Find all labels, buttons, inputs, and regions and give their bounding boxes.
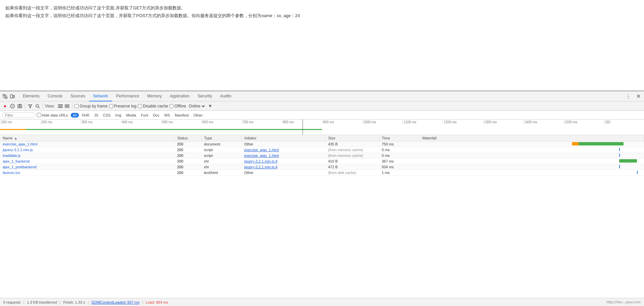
timeline-container: 100 ms200 ms300 ms400 ms500 ms600 ms700 …: [0, 120, 644, 135]
tab-sources[interactable]: Sources: [66, 91, 89, 101]
tab-console[interactable]: Console: [44, 91, 66, 101]
tab-security[interactable]: Security: [194, 91, 216, 101]
filter-type-js[interactable]: JS: [92, 113, 100, 118]
filter-type-other[interactable]: Other: [192, 113, 205, 118]
cell-type: script: [201, 147, 241, 153]
group-by-frame-checkbox[interactable]: [74, 104, 78, 108]
offline-label[interactable]: Offline: [169, 104, 186, 108]
initiator-link[interactable]: jquery-3.2.1.min.js:4: [244, 159, 277, 163]
cell-name: loaddata.js: [0, 153, 174, 159]
group-by-frame-label[interactable]: Group by frame: [74, 104, 107, 108]
preserve-log-checkbox[interactable]: [109, 104, 113, 108]
cell-status: 200: [174, 147, 201, 153]
col-header-status[interactable]: Status: [174, 135, 201, 141]
table-row[interactable]: ajax_1_postbackend200xhrjquery-3.2.1.min…: [0, 164, 644, 170]
table-row[interactable]: favicon.ico200text/htmlOther(from disk c…: [0, 170, 644, 176]
clear-button[interactable]: [9, 103, 15, 109]
cell-waterfall: [419, 159, 644, 164]
cell-initiator[interactable]: exercise_ajax_1.html: [241, 147, 325, 153]
device-toolbar-icon[interactable]: [9, 93, 15, 99]
filter-type-xhr[interactable]: XHR: [79, 113, 91, 118]
svg-rect-15: [58, 107, 63, 108]
cell-size: (from memory cache): [325, 147, 379, 153]
offline-checkbox[interactable]: [169, 104, 173, 108]
timeline-tick-4: 500 ms: [161, 120, 201, 124]
hide-data-urls-label[interactable]: Hide data URLs: [37, 113, 68, 117]
filter-button[interactable]: [27, 103, 33, 109]
camera-button[interactable]: [17, 103, 23, 109]
timeline-tick-10: 1100 ms: [402, 120, 443, 124]
filter-type-ws[interactable]: WS: [162, 113, 172, 118]
svg-point-9: [19, 105, 21, 107]
filter-type-css[interactable]: CSS: [101, 113, 113, 118]
cell-size: 435 B: [325, 141, 379, 147]
hide-data-urls-checkbox[interactable]: [37, 113, 41, 117]
initiator-link[interactable]: jquery-3.2.1.min.js:4: [244, 165, 277, 169]
inspect-element-icon[interactable]: [2, 93, 8, 99]
svg-rect-17: [65, 105, 69, 106]
network-toolbar: ● View:: [0, 101, 644, 111]
timeline-tick-13: 1400 ms: [523, 120, 564, 124]
cell-status: 200: [174, 159, 201, 164]
cell-type: xhr: [201, 164, 241, 170]
col-header-type[interactable]: Type: [201, 135, 241, 141]
table-row[interactable]: jquery-3.2.1.min.js200scriptexercise_aja…: [0, 147, 644, 153]
disable-cache-checkbox[interactable]: [138, 104, 142, 108]
col-header-time[interactable]: Time: [379, 135, 419, 141]
col-header-waterfall[interactable]: Waterfall: [419, 135, 644, 141]
tab-performance[interactable]: Performance: [112, 91, 143, 101]
col-header-initiator[interactable]: Initiator: [241, 135, 325, 141]
initiator-link[interactable]: exercise_ajax_1.html: [244, 148, 279, 152]
tab-application[interactable]: Application: [166, 91, 194, 101]
cell-waterfall: [419, 141, 644, 147]
timeline-tick-3: 400 ms: [121, 120, 161, 124]
col-header-name[interactable]: Name ▲: [0, 135, 174, 141]
cell-initiator[interactable]: exercise_ajax_1.html: [241, 153, 325, 159]
cell-initiator[interactable]: jquery-3.2.1.min.js:4: [241, 159, 325, 164]
cell-status: 200: [174, 153, 201, 159]
search-button[interactable]: [35, 103, 41, 109]
timeline-tick-14: 1500 ms: [564, 120, 604, 124]
table-row[interactable]: loaddata.js200scriptexercise_ajax_1.html…: [0, 153, 644, 159]
col-header-size[interactable]: Size: [325, 135, 379, 141]
filter-input[interactable]: [2, 113, 36, 118]
record-button[interactable]: ●: [2, 103, 8, 109]
svg-rect-10: [19, 104, 21, 105]
timeline-tick-7: 800 ms: [282, 120, 322, 124]
cell-initiator[interactable]: jquery-3.2.1.min.js:4: [241, 164, 325, 170]
table-row[interactable]: exercise_ajax_1.html200documentOther435 …: [0, 141, 644, 147]
throttle-select[interactable]: Online: [187, 103, 206, 109]
more-tools-icon[interactable]: ⋮: [624, 93, 632, 99]
status-load[interactable]: Load: 864 ms: [146, 300, 168, 304]
tab-elements[interactable]: Elements: [19, 91, 44, 101]
status-dom-content-loaded[interactable]: DOMContentLoaded: 837 ms: [92, 300, 140, 304]
tab-audits[interactable]: Audits: [216, 91, 235, 101]
tab-memory[interactable]: Memory: [143, 91, 166, 101]
tab-network[interactable]: Network: [89, 91, 112, 101]
filter-type-doc[interactable]: Doc: [151, 113, 162, 118]
table-row[interactable]: ajax_1_backend200xhrjquery-3.2.1.min.js:…: [0, 159, 644, 164]
filter-type-font[interactable]: Font: [139, 113, 150, 118]
view-small-icon[interactable]: [64, 103, 70, 109]
view-list-icon[interactable]: [57, 103, 63, 109]
timeline-tick-5: 600 ms: [201, 120, 241, 124]
preserve-log-label[interactable]: Preserve log: [109, 104, 137, 108]
cell-status: 200: [174, 164, 201, 170]
cell-type: text/html: [201, 170, 241, 176]
throttle-down-icon[interactable]: ▼: [207, 103, 213, 109]
filter-type-img[interactable]: Img: [113, 113, 123, 118]
initiator-link[interactable]: exercise_ajax_1.html: [244, 154, 279, 158]
cell-name: exercise_ajax_1.html: [0, 141, 174, 147]
devtools-topbar: Elements Console Sources Network Perform…: [0, 91, 644, 101]
devtools-tabs: Elements Console Sources Network Perform…: [19, 91, 624, 101]
svg-rect-1: [5, 97, 7, 98]
cell-size: (from memory cache): [325, 153, 379, 159]
svg-rect-19: [65, 107, 69, 108]
svg-rect-16: [65, 104, 69, 105]
filter-type-all[interactable]: All: [71, 113, 79, 118]
cell-size: (from disk cache): [325, 170, 379, 176]
filter-type-media[interactable]: Media: [124, 113, 138, 118]
close-devtools-icon[interactable]: ✕: [635, 93, 642, 99]
disable-cache-label[interactable]: Disable cache: [138, 104, 168, 108]
filter-type-manifest[interactable]: Manifest: [173, 113, 191, 118]
